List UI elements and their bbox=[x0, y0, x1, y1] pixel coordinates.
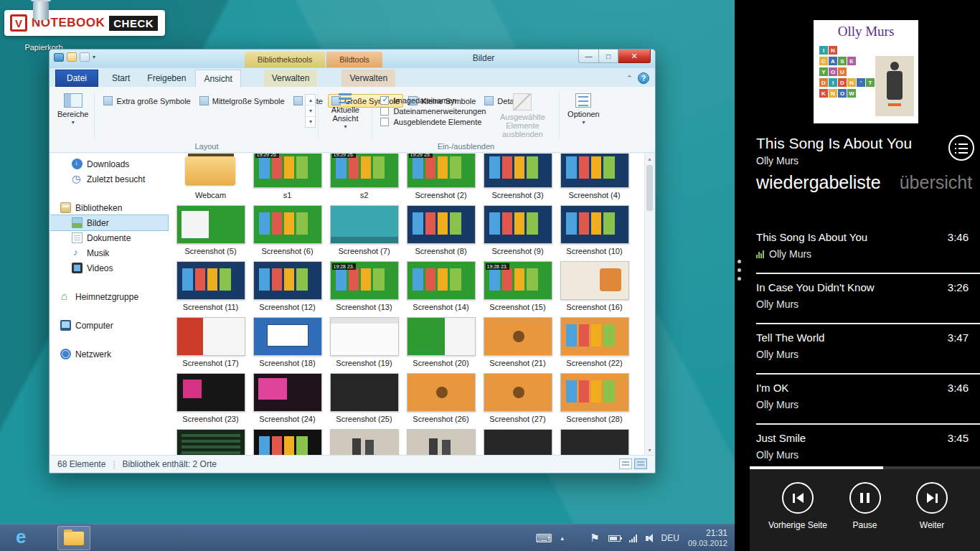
sidebar-item-musik[interactable]: Musik bbox=[50, 245, 168, 260]
sidebar-item-downloads[interactable]: Downloads bbox=[50, 156, 168, 171]
file-item[interactable]: Screenshot (21) bbox=[479, 317, 556, 373]
checkbox-imagedateinamen[interactable]: Imagedateinamen bbox=[380, 96, 484, 105]
sidebar-item-bibliotheken[interactable]: Bibliotheken bbox=[50, 200, 168, 215]
scrollbar-thumb[interactable] bbox=[646, 165, 653, 211]
clock[interactable]: 21:31 09.03.2012 bbox=[688, 528, 727, 548]
minimize-ribbon-icon[interactable]: ⌃ bbox=[626, 74, 633, 83]
scroll-up-icon[interactable]: ▴ bbox=[306, 95, 315, 105]
tab-ansicht[interactable]: Ansicht bbox=[195, 70, 240, 88]
tab-start[interactable]: Start bbox=[104, 70, 138, 87]
file-item[interactable] bbox=[402, 429, 479, 455]
file-item[interactable]: Screenshot (23) bbox=[172, 373, 249, 429]
close-button[interactable]: ✕ bbox=[618, 50, 651, 63]
file-item[interactable]: 19:28 23. Screenshot (13) bbox=[326, 261, 402, 317]
file-item[interactable]: Screenshot (4) bbox=[556, 154, 633, 205]
file-item[interactable] bbox=[479, 429, 556, 455]
action-center-flag-icon[interactable]: ⚑ bbox=[590, 532, 599, 545]
checkbox-ausgeblendete-elemente[interactable]: Ausgeblendete Elemente bbox=[380, 118, 484, 126]
file-item[interactable]: Screenshot (22) bbox=[556, 317, 633, 373]
tab-verwalten[interactable]: Verwalten bbox=[341, 70, 395, 87]
checkbox-box[interactable] bbox=[380, 107, 389, 116]
playlist-menu-icon[interactable] bbox=[948, 135, 974, 161]
file-item[interactable] bbox=[326, 429, 402, 455]
file-item[interactable]: 19:29 25. s1 bbox=[249, 154, 326, 205]
help-icon[interactable]: ? bbox=[638, 72, 649, 84]
file-item[interactable]: 19:28 23. Screenshot (15) bbox=[479, 261, 556, 317]
file-item[interactable]: Screenshot (11) bbox=[172, 261, 249, 317]
sidebar-item-dokumente[interactable]: Dokumente bbox=[50, 230, 168, 245]
file-explorer-taskbar-button[interactable] bbox=[57, 526, 90, 550]
tab-verwalten[interactable]: Verwalten bbox=[264, 70, 318, 87]
file-item[interactable]: Screenshot (8) bbox=[402, 205, 479, 261]
file-item[interactable]: Screenshot (10) bbox=[556, 205, 633, 261]
file-item[interactable]: Screenshot (25) bbox=[326, 373, 402, 429]
sidebar-item-bilder[interactable]: Bilder bbox=[50, 215, 168, 230]
checkbox-dateinamenerweiterungen[interactable]: Dateinamenerweiterungen bbox=[380, 107, 484, 116]
title-bar[interactable]: ▾ Bibliothekstools Bildtools Bilder — □ … bbox=[50, 50, 655, 68]
hide-selected-button[interactable]: Ausgewählte Elemente ausblenden bbox=[488, 89, 557, 141]
tab-datei[interactable]: Datei bbox=[55, 70, 98, 87]
file-item[interactable]: Screenshot (18) bbox=[249, 317, 326, 373]
prev-button[interactable]: Vorherige Seite bbox=[765, 482, 830, 530]
vertical-scrollbar[interactable]: ▴ ▾ bbox=[644, 154, 654, 455]
scroll-up-icon[interactable]: ▴ bbox=[645, 154, 654, 164]
volume-icon[interactable] bbox=[646, 534, 653, 542]
bereiche-button[interactable]: Bereiche ▾ bbox=[54, 89, 92, 141]
snap-divider-handle[interactable] bbox=[738, 260, 741, 281]
file-item[interactable] bbox=[172, 429, 249, 455]
sidebar-item-netzwerk[interactable]: Netzwerk bbox=[50, 347, 168, 362]
qat-new-folder-icon[interactable] bbox=[67, 52, 77, 62]
file-item[interactable]: Screenshot (3) bbox=[479, 154, 556, 205]
minimize-button[interactable]: — bbox=[578, 50, 599, 63]
file-item[interactable]: Screenshot (12) bbox=[249, 261, 326, 317]
pause-button[interactable]: Pause bbox=[833, 482, 897, 530]
language-indicator[interactable]: DEU bbox=[661, 533, 679, 543]
details-view-button[interactable] bbox=[619, 458, 632, 469]
track-item[interactable]: In Case You Didn't Know 3:26 Olly Murs bbox=[756, 274, 980, 324]
file-item[interactable]: Screenshot (26) bbox=[402, 373, 479, 429]
sidebar-item-computer[interactable]: Computer bbox=[50, 318, 168, 333]
file-item[interactable] bbox=[249, 429, 326, 455]
track-item[interactable]: I'm OK 3:46 Olly Murs bbox=[756, 375, 980, 425]
checkbox-box[interactable] bbox=[380, 118, 389, 126]
view-option-mittelgroße-symbole[interactable]: Mittelgroße Symbole bbox=[196, 94, 288, 108]
file-item[interactable]: Screenshot (5) bbox=[172, 205, 249, 261]
scroll-down-icon[interactable]: ▾ bbox=[645, 445, 654, 455]
sidebar-item-zuletzt-besucht[interactable]: Zuletzt besucht bbox=[50, 171, 168, 187]
file-item[interactable]: Screenshot (17) bbox=[172, 317, 249, 373]
view-option-extra-große-symbole[interactable]: Extra große Symbole bbox=[100, 94, 194, 108]
optionen-button[interactable]: Optionen ▾ bbox=[562, 89, 605, 141]
file-item[interactable]: Screenshot (9) bbox=[479, 205, 556, 261]
tab-freigeben[interactable]: Freigeben bbox=[139, 70, 194, 87]
thumbnails-view-button[interactable] bbox=[634, 458, 647, 469]
scroll-down-icon[interactable]: ▾ bbox=[306, 105, 315, 116]
file-item[interactable]: Screenshot (20) bbox=[402, 317, 479, 373]
file-item[interactable]: Webcam bbox=[172, 154, 249, 205]
file-item[interactable]: Screenshot (16) bbox=[556, 261, 633, 317]
internet-explorer-icon[interactable]: e bbox=[16, 526, 26, 548]
file-item[interactable]: Screenshot (24) bbox=[249, 373, 326, 429]
file-item[interactable]: 19:29 25. s2 bbox=[326, 154, 402, 205]
track-item[interactable]: This Song Is About You 3:46 Olly Murs bbox=[756, 224, 980, 274]
show-hidden-icons-icon[interactable]: ▴ bbox=[561, 534, 565, 542]
more-icon[interactable]: ▾ bbox=[306, 117, 315, 127]
network-signal-icon[interactable] bbox=[629, 534, 637, 542]
file-item[interactable]: Screenshot (27) bbox=[479, 373, 556, 429]
system-menu-icon[interactable] bbox=[54, 53, 64, 62]
section-overview[interactable]: übersicht bbox=[900, 172, 972, 193]
file-item[interactable]: 19:29 25. Screenshot (2) bbox=[402, 154, 479, 205]
checkbox-box[interactable] bbox=[380, 96, 389, 105]
keyboard-icon[interactable]: ⌨ bbox=[536, 532, 552, 545]
battery-icon[interactable] bbox=[608, 535, 621, 542]
recycle-bin-icon[interactable] bbox=[33, 1, 49, 20]
file-item[interactable] bbox=[556, 429, 633, 455]
file-item[interactable]: Screenshot (28) bbox=[556, 373, 633, 429]
track-item[interactable]: Tell The World 3:47 Olly Murs bbox=[756, 324, 980, 375]
qat-dropdown-icon[interactable]: ▾ bbox=[93, 54, 95, 60]
file-item[interactable]: Screenshot (14) bbox=[402, 261, 479, 317]
file-item[interactable]: Screenshot (7) bbox=[326, 205, 402, 261]
maximize-button[interactable]: □ bbox=[599, 50, 618, 63]
aktuelle-ansicht-button[interactable]: Aktuelle Ansicht ▾ bbox=[321, 89, 369, 141]
progress-bar[interactable] bbox=[750, 466, 980, 469]
file-item[interactable]: Screenshot (6) bbox=[249, 205, 326, 261]
